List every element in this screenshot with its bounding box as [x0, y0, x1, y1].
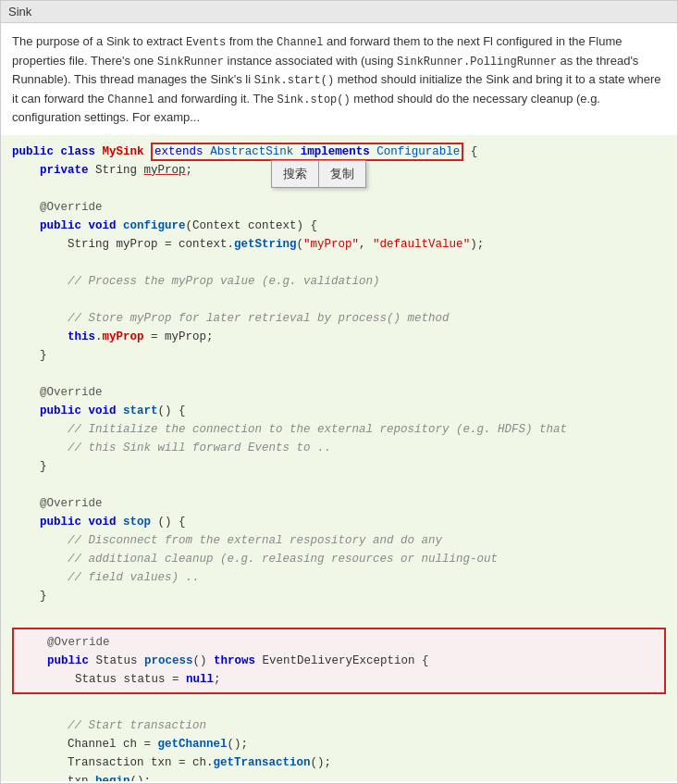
sinkrunner-code: SinkRunner — [157, 56, 224, 68]
code-line-4: @Override — [12, 198, 666, 217]
code-line-23: // additional cleanup (e.g. releasing re… — [12, 550, 666, 568]
code-line-16: // Initialize the connection to the exte… — [12, 420, 666, 439]
code-line-25: } — [12, 587, 666, 605]
stop-code: Sink.stop() — [277, 93, 350, 106]
code-line-6: String myProp = context.getString("myPro… — [12, 235, 666, 254]
code-line-20: @Override — [12, 494, 666, 513]
code-line-21: public void stop () { — [12, 513, 666, 531]
channel-code: Channel — [277, 36, 323, 49]
context-menu: 搜索 复制 — [271, 160, 366, 188]
code-line-33: Transaction txn = ch.getTransaction(); — [12, 753, 666, 772]
description-text: The purpose of a Sink to extract Events … — [12, 32, 666, 128]
channel2-code: Channel — [107, 93, 154, 106]
title-bar: Sink — [1, 1, 677, 23]
red-box-process: @Override public Status process() throws… — [12, 628, 666, 694]
code-line-31: // Start transaction — [12, 716, 666, 735]
content-area: The purpose of a Sink to extract Events … — [1, 23, 677, 781]
code-line-18: } — [12, 457, 666, 476]
code-line-24: // field values) .. — [12, 568, 666, 587]
code-line-8: // Process the myProp value (e.g. valida… — [12, 272, 666, 291]
code-line-27: @Override — [19, 633, 659, 652]
code-line-32: Channel ch = getChannel(); — [12, 735, 666, 753]
code-line-14: @Override — [12, 383, 666, 402]
description-section: The purpose of a Sink to extract Events … — [1, 23, 677, 135]
code-line-17: // this Sink will forward Events to .. — [12, 439, 666, 457]
code-line-15: public void start() { — [12, 402, 666, 420]
code-line-11: this.myProp = myProp; — [12, 328, 666, 346]
code-section: public class MySink extends AbstractSink… — [1, 135, 677, 781]
copy-menu-item[interactable]: 复制 — [319, 161, 365, 187]
code-line-blank6 — [12, 605, 666, 624]
code-line-1: public class MySink extends AbstractSink… — [12, 143, 666, 161]
start-code: Sink.start() — [254, 74, 334, 87]
code-line-10: // Store myProp for later retrieval by p… — [12, 309, 666, 328]
main-window: Sink The purpose of a Sink to extract Ev… — [0, 0, 678, 784]
pollingrunner-code: SinkRunner.PollingRunner — [397, 56, 557, 68]
code-line-28: public Status process() throws EventDeli… — [19, 652, 659, 670]
search-menu-item[interactable]: 搜索 — [272, 161, 318, 187]
code-line-29: Status status = null; — [19, 670, 659, 689]
code-line-12: } — [12, 346, 666, 365]
code-line-34: txn.begin(); — [12, 772, 666, 781]
content-scroll[interactable]: The purpose of a Sink to extract Events … — [1, 23, 677, 781]
code-line-blank4 — [12, 365, 666, 383]
code-line-5: public void configure(Context context) { — [12, 217, 666, 235]
events-code: Events — [186, 36, 226, 49]
code-line-blank2 — [12, 254, 666, 272]
window-title: Sink — [8, 5, 31, 19]
code-line-blank7 — [12, 698, 666, 716]
code-line-blank5 — [12, 476, 666, 494]
code-line-22: // Disconnect from the external resposit… — [12, 531, 666, 550]
code-line-blank3 — [12, 291, 666, 309]
